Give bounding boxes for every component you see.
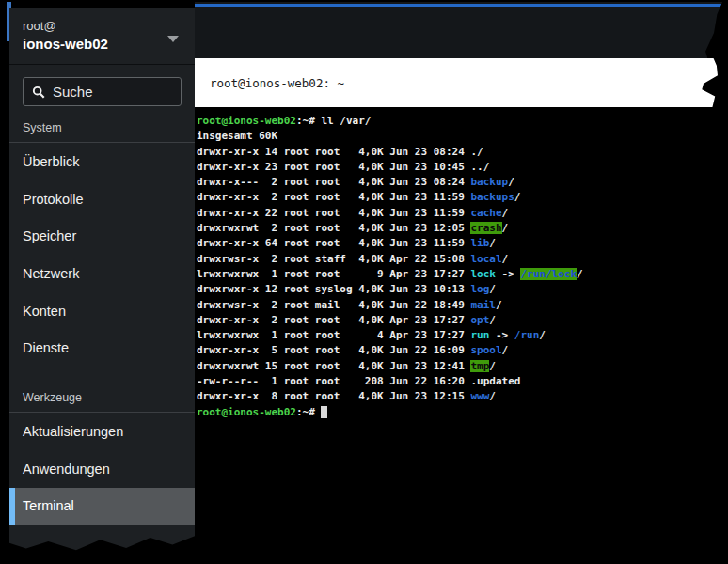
terminal-text-segment: drwxr-xr-x 64 root root 4,0K Jun 23 11:5… — [197, 237, 470, 249]
nav-list: AktualisierungenAnwendungenTerminal — [9, 413, 195, 525]
terminal[interactable]: root@ionos-web02:~# ll /var/insgesamt 60… — [195, 107, 728, 564]
search-input[interactable] — [53, 84, 172, 100]
terminal-line: drwxrwxrwt 15 root root 4,0K Jun 23 12:4… — [197, 359, 728, 374]
terminal-line: drwxrwxr-x 12 root syslog 4,0K Jun 23 10… — [197, 282, 728, 297]
host-user-label: root@ — [23, 18, 182, 34]
terminal-text-segment: insgesamt 60K — [197, 130, 277, 142]
terminal-text-segment: backup — [470, 176, 508, 188]
terminal-text-segment: -> — [496, 268, 521, 280]
terminal-text-segment: / — [496, 299, 502, 311]
terminal-text-segment: local — [470, 253, 501, 265]
terminal-line: insgesamt 60K — [197, 129, 728, 144]
terminal-line: drwxr-x--- 2 root root 4,0K Jun 23 08:24… — [197, 175, 728, 190]
terminal-text-segment: log — [470, 283, 489, 295]
terminal-line: drwxr-xr-x 2 root root 4,0K Jun 23 11:59… — [197, 190, 728, 205]
terminal-text-segment: tmp — [470, 360, 489, 372]
terminal-line: drwxr-xr-x 2 root root 4,0K Apr 23 17:27… — [197, 313, 728, 328]
terminal-page-header: root@ionos-web02: ~ — [195, 58, 718, 107]
sidebar-item-netzwerk[interactable]: Netzwerk — [9, 255, 195, 292]
terminal-line: drwxr-xr-x 8 root root 4,0K Jun 23 12:15… — [197, 389, 728, 404]
host-name-label: ionos-web02 — [23, 35, 182, 53]
terminal-text-segment: / — [508, 176, 514, 188]
terminal-text-segment: drwxr-xr-x 2 root root 4,0K Apr 23 17:27 — [197, 314, 470, 326]
sidebar-item-ueberblick[interactable]: Überblick — [9, 143, 195, 180]
terminal-text-segment: drwxr-xr-x 22 root root 4,0K Jun 23 11:5… — [197, 207, 470, 219]
terminal-line: drwxr-xr-x 5 root root 4,0K Jun 22 16:09… — [197, 343, 728, 358]
terminal-text-segment: / — [514, 191, 521, 203]
sidebar-item-dienste[interactable]: Dienste — [9, 329, 195, 367]
terminal-line: drwxr-xr-x 14 root root 4,0K Jun 23 08:2… — [197, 145, 728, 160]
sidebar: root@ ionos-web02 SystemÜberblickProtoko… — [9, 8, 195, 555]
search-icon — [32, 86, 45, 99]
terminal-text-segment: / — [577, 268, 583, 280]
sidebar-item-protokolle[interactable]: Protokolle — [9, 180, 195, 218]
terminal-text-segment: backups — [470, 191, 514, 203]
terminal-cursor — [321, 406, 327, 418]
terminal-text-segment: drwxrwxrwt 2 root root 4,0K Jun 23 12:05 — [197, 222, 470, 234]
terminal-line: -rw-r--r-- 1 root root 208 Jun 22 16:20 … — [197, 374, 728, 389]
sidebar-search — [23, 77, 182, 106]
terminal-text-segment: / — [502, 253, 509, 265]
terminal-text-segment: :~# ll /var/ — [296, 115, 371, 127]
terminal-text-segment: -> — [489, 329, 514, 341]
terminal-text-segment: drwxrwsr-x 2 root mail 4,0K Jun 22 18:49 — [197, 299, 470, 311]
terminal-text-segment: / — [539, 329, 546, 341]
terminal-text-segment: drwxr-xr-x 5 root root 4,0K Jun 22 16:09 — [197, 344, 470, 356]
nav-section: WerkzeugeAktualisierungenAnwendungenTerm… — [9, 367, 195, 525]
nav-list: ÜberblickProtokolleSpeicherNetzwerkKonte… — [9, 143, 195, 367]
masthead-accent-line — [195, 4, 722, 7]
terminal-text-segment: root@ionos-web02 — [197, 115, 296, 127]
host-switcher[interactable]: root@ ionos-web02 — [9, 8, 195, 65]
sidebar-item-terminal[interactable]: Terminal — [9, 488, 195, 525]
terminal-text-segment: lrwxrwxrwx 1 root root 4 Apr 23 17:27 — [197, 329, 470, 341]
terminal-text-segment: crash — [470, 222, 501, 234]
chevron-down-icon — [167, 36, 179, 42]
terminal-line: drwxrwsr-x 2 root staff 4,0K Apr 22 15:0… — [197, 252, 728, 267]
terminal-text-segment: spool — [470, 344, 501, 356]
terminal-text-segment: / — [489, 237, 496, 249]
terminal-text-segment: run — [470, 329, 489, 341]
nav-section-title: System — [9, 106, 195, 143]
terminal-text-segment: drwxr-xr-x 2 root root 4,0K Jun 23 11:59 — [197, 191, 470, 203]
terminal-text-segment: :~# — [296, 406, 322, 418]
terminal-text-segment: mail — [470, 299, 496, 311]
nav-section: SystemÜberblickProtokolleSpeicherNetzwer… — [9, 106, 195, 367]
terminal-text-segment: / — [502, 207, 509, 219]
sidebar-item-anwendungen[interactable]: Anwendungen — [9, 450, 195, 488]
terminal-text-segment: opt — [470, 314, 489, 326]
terminal-text-segment: lrwxrwxrwx 1 root root 9 Apr 23 17:27 — [197, 268, 470, 280]
terminal-line: drwxr-xr-x 23 root root 4,0K Jun 23 10:4… — [197, 160, 728, 175]
terminal-line: root@ionos-web02:~# — [197, 405, 728, 420]
terminal-line: lrwxrwxrwx 1 root root 9 Apr 23 17:27 lo… — [197, 267, 728, 282]
terminal-text-segment: lib — [470, 237, 489, 249]
terminal-text-segment: drwxr-xr-x 8 root root 4,0K Jun 23 12:15 — [197, 390, 470, 402]
terminal-line: root@ionos-web02:~# ll /var/ — [197, 114, 728, 129]
nav-section-title: Werkzeuge — [9, 367, 195, 413]
sidebar-item-aktualisierungen[interactable]: Aktualisierungen — [9, 413, 195, 450]
terminal-output: root@ionos-web02:~# ll /var/insgesamt 60… — [197, 114, 728, 420]
terminal-line: drwxr-xr-x 22 root root 4,0K Jun 23 11:5… — [197, 206, 728, 221]
terminal-text-segment: drwxr-xr-x 14 root root 4,0K Jun 23 08:2… — [197, 146, 483, 158]
terminal-text-segment: drwxrwxrwt 15 root root 4,0K Jun 23 12:4… — [197, 360, 470, 372]
terminal-text-segment: / — [489, 390, 496, 402]
terminal-text-segment: / — [489, 360, 496, 372]
terminal-text-segment: drwxrwxr-x 12 root syslog 4,0K Jun 23 10… — [197, 283, 470, 295]
sidebar-item-konten[interactable]: Konten — [9, 292, 195, 330]
terminal-text-segment: / — [489, 314, 496, 326]
terminal-text-segment: / — [502, 344, 509, 356]
terminal-text-segment: /run/lock — [520, 268, 577, 280]
terminal-text-segment: / — [502, 222, 509, 234]
terminal-text-segment: cache — [470, 207, 501, 219]
sidebar-item-speicher[interactable]: Speicher — [9, 217, 195, 255]
terminal-text-segment: /run — [514, 329, 540, 341]
session-title: root@ionos-web02: ~ — [195, 76, 344, 90]
terminal-text-segment: / — [489, 283, 496, 295]
terminal-line: lrwxrwxrwx 1 root root 4 Apr 23 17:27 ru… — [197, 328, 728, 343]
terminal-text-segment: lock — [470, 268, 496, 280]
sidebar-nav: SystemÜberblickProtokolleSpeicherNetzwer… — [9, 106, 195, 525]
terminal-text-segment: drwxr-xr-x 23 root root 4,0K Jun 23 10:4… — [197, 161, 489, 173]
terminal-text-segment: root@ionos-web02 — [197, 406, 296, 418]
terminal-text-segment: -rw-r--r-- 1 root root 208 Jun 22 16:20 … — [197, 375, 520, 387]
masthead — [195, 2, 722, 58]
terminal-text-segment: www — [470, 390, 489, 402]
